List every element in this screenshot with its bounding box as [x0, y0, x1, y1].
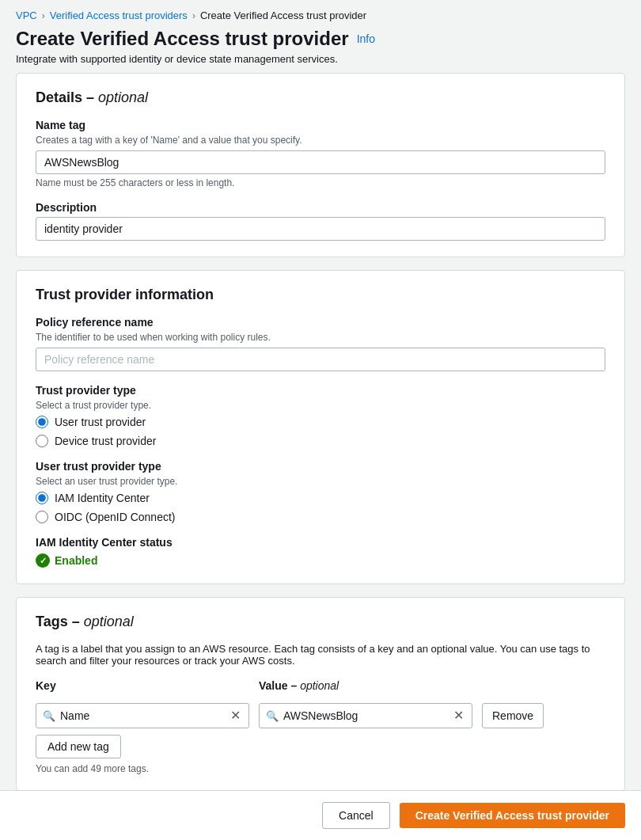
- page-title: Create Verified Access trust provider: [16, 28, 349, 50]
- radio-oidc-input[interactable]: [36, 511, 48, 523]
- name-tag-note: Name must be 255 characters or less in l…: [36, 177, 605, 188]
- user-trust-type-radio-group: IAM Identity Center OIDC (OpenID Connect…: [36, 492, 605, 523]
- trust-type-hint: Select a trust provider type.: [36, 400, 605, 411]
- details-card-title: Details – optional: [36, 89, 605, 106]
- radio-device-trust[interactable]: Device trust provider: [36, 435, 605, 447]
- trust-type-radio-group: User trust provider Device trust provide…: [36, 416, 605, 447]
- radio-iam[interactable]: IAM Identity Center: [36, 492, 605, 504]
- tag-key-input[interactable]: [60, 709, 229, 722]
- radio-iam-input[interactable]: [36, 492, 48, 504]
- description-label: Description: [36, 201, 605, 214]
- breadcrumb: VPC › Verified Access trust providers › …: [0, 0, 641, 28]
- user-trust-type-label: User trust provider type: [36, 460, 605, 473]
- radio-user-trust[interactable]: User trust provider: [36, 416, 605, 428]
- content-area: Details – optional Name tag Creates a ta…: [0, 73, 641, 840]
- iam-status-row: Enabled: [36, 553, 605, 568]
- policy-ref-input[interactable]: [36, 348, 605, 371]
- radio-device-trust-input[interactable]: [36, 435, 48, 447]
- name-tag-input[interactable]: [36, 150, 605, 174]
- iam-status-label: IAM Identity Center status: [36, 536, 605, 549]
- tags-key-col-label: Key: [36, 679, 249, 692]
- tags-card-title: Tags – optional: [36, 614, 605, 630]
- remove-tag-button[interactable]: Remove: [482, 703, 544, 728]
- breadcrumb-sep-1: ›: [42, 10, 45, 21]
- add-new-tag-button[interactable]: Add new tag: [36, 735, 121, 758]
- tag-value-input[interactable]: [283, 709, 452, 722]
- radio-iam-label: IAM Identity Center: [55, 492, 150, 504]
- cancel-button[interactable]: Cancel: [322, 802, 390, 829]
- tag-key-input-wrap: 🔍 ✕: [36, 703, 249, 728]
- name-tag-group: Name tag Creates a tag with a key of 'Na…: [36, 119, 605, 188]
- trust-type-label: Trust provider type: [36, 384, 605, 397]
- iam-status-group: IAM Identity Center status Enabled: [36, 536, 605, 568]
- radio-device-trust-label: Device trust provider: [55, 435, 156, 447]
- user-trust-type-group: User trust provider type Select an user …: [36, 460, 605, 523]
- status-enabled-text: Enabled: [55, 554, 97, 567]
- page-header: Create Verified Access trust provider In…: [0, 28, 641, 73]
- radio-user-trust-input[interactable]: [36, 416, 48, 428]
- breadcrumb-current: Create Verified Access trust provider: [200, 10, 366, 21]
- breadcrumb-trust-providers[interactable]: Verified Access trust providers: [50, 10, 188, 21]
- trust-type-group: Trust provider type Select a trust provi…: [36, 384, 605, 447]
- radio-oidc-label: OIDC (OpenID Connect): [55, 511, 176, 523]
- policy-ref-group: Policy reference name The identifier to …: [36, 316, 605, 371]
- tags-card: Tags – optional A tag is a label that yo…: [16, 597, 625, 791]
- tag-value-input-wrap: 🔍 ✕: [259, 703, 472, 728]
- details-card: Details – optional Name tag Creates a ta…: [16, 73, 625, 257]
- name-tag-hint: Creates a tag with a key of 'Name' and a…: [36, 135, 605, 146]
- tag-key-clear-button[interactable]: ✕: [229, 709, 242, 722]
- tag-value-clear-button[interactable]: ✕: [452, 709, 465, 722]
- user-trust-type-hint: Select an user trust provider type.: [36, 476, 605, 487]
- tags-column-headers: Key Value – optional: [36, 679, 605, 697]
- radio-user-trust-label: User trust provider: [55, 416, 146, 428]
- tags-more-hint: You can add 49 more tags.: [36, 763, 605, 774]
- trust-provider-card: Trust provider information Policy refere…: [16, 270, 625, 584]
- page-subtitle: Integrate with supported identity or dev…: [16, 53, 625, 65]
- status-enabled-icon: [36, 553, 50, 568]
- info-link[interactable]: Info: [357, 32, 375, 45]
- description-group: Description: [36, 201, 605, 241]
- tag-key-search-icon: 🔍: [43, 710, 55, 722]
- breadcrumb-vpc[interactable]: VPC: [16, 10, 37, 21]
- policy-ref-label: Policy reference name: [36, 316, 605, 329]
- tags-description: A tag is a label that you assign to an A…: [36, 643, 605, 667]
- tags-val-col-label: Value – optional: [259, 679, 472, 692]
- submit-button[interactable]: Create Verified Access trust provider: [400, 803, 625, 828]
- name-tag-label: Name tag: [36, 119, 605, 131]
- radio-oidc[interactable]: OIDC (OpenID Connect): [36, 511, 605, 523]
- footer-bar: Cancel Create Verified Access trust prov…: [0, 790, 641, 840]
- policy-ref-hint: The identifier to be used when working w…: [36, 332, 605, 343]
- trust-provider-card-title: Trust provider information: [36, 287, 605, 303]
- tag-row: 🔍 ✕ 🔍 ✕ Remove: [36, 703, 605, 728]
- tag-value-search-icon: 🔍: [266, 710, 279, 722]
- breadcrumb-sep-2: ›: [192, 10, 195, 21]
- description-input[interactable]: [36, 217, 605, 241]
